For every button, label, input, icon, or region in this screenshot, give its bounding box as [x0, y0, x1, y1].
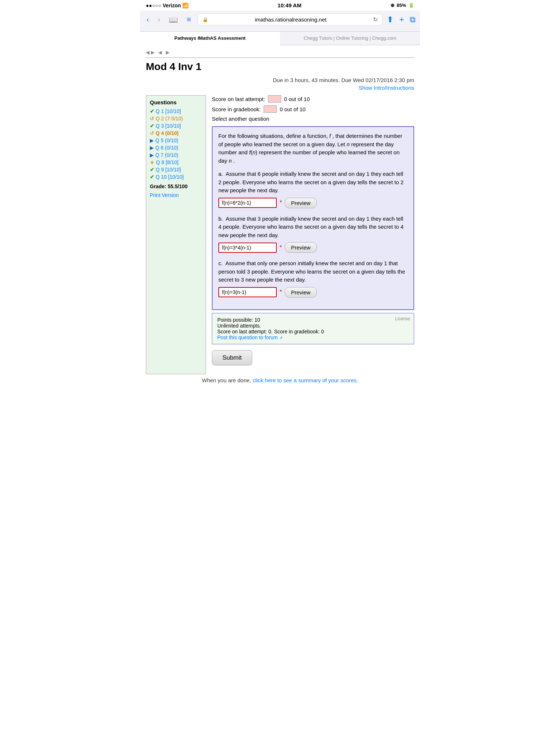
- score-grade-label: Score in gradebook:: [212, 106, 261, 112]
- score-last-box: [268, 95, 281, 102]
- score-last-label: Score on last attempt:: [212, 96, 265, 102]
- score-grade-value: 0 out of 10: [280, 106, 306, 112]
- sidebar-item-q8[interactable]: ★ Q 8 [8/10]: [150, 159, 202, 165]
- status-time: 10:49 AM: [277, 2, 301, 8]
- back-button[interactable]: ‹: [144, 15, 151, 24]
- sidebar-item-q7[interactable]: ▶ Q 7 (0/10): [150, 152, 202, 158]
- submit-button[interactable]: Submit: [212, 350, 252, 365]
- tab-chegg[interactable]: Chegg Tutors | Online Tutoring | Chegg.c…: [280, 32, 420, 45]
- score-gradebook-line: Score in gradebook: 0 out of 10: [212, 105, 414, 113]
- breadcrumb-text: ◀ ▶ ◀ ▶: [146, 50, 170, 55]
- sub-question-c-text: c. Assume that only one person initially…: [218, 259, 408, 284]
- answer-input-c[interactable]: [218, 287, 277, 297]
- forum-link[interactable]: Post this question to forum: [217, 334, 278, 340]
- sub-question-b: b. Assume that 3 people initially knew t…: [218, 215, 408, 253]
- info-box: License Points possible: 10 Unlimited at…: [212, 313, 414, 344]
- signal-dots: ●●○○○: [146, 3, 161, 8]
- question-intro: For the following situations, define a f…: [218, 132, 408, 165]
- sidebar-item-q10[interactable]: ✔ Q 10 [10/10]: [150, 174, 202, 180]
- preview-button-a[interactable]: Preview: [285, 198, 316, 208]
- sub-question-a-text: a. Assume that 6 people initially knew t…: [218, 170, 408, 195]
- address-bar[interactable]: 🔒 imathas.rationalreasoning.net ↻: [198, 13, 382, 26]
- q3-check-icon: ✔: [150, 123, 154, 129]
- required-asterisk-a: *: [280, 200, 282, 206]
- sidebar-item-q4[interactable]: ↺ Q 4 (0/10): [150, 130, 202, 136]
- q4-link[interactable]: Q 4 (0/10): [156, 130, 179, 136]
- status-left: ●●○○○ Verizon 📶: [146, 3, 188, 8]
- summary-link[interactable]: click here to see a summary of your scor…: [253, 377, 358, 383]
- preview-button-b[interactable]: Preview: [285, 242, 316, 253]
- browser-actions: ⬆ + ⧉: [387, 15, 416, 24]
- battery-level: 85%: [397, 3, 406, 8]
- forward-button[interactable]: ›: [156, 15, 163, 24]
- new-tab-button[interactable]: +: [399, 15, 404, 24]
- sidebar-item-q1[interactable]: ✔ Q 1 [10/10]: [150, 108, 202, 114]
- q10-check-icon: ✔: [150, 174, 154, 180]
- sidebar-item-q2[interactable]: ↺ Q 2 (7.5/10): [150, 116, 202, 121]
- q2-link[interactable]: Q 2 (7.5/10): [156, 116, 183, 121]
- answer-input-a[interactable]: [218, 198, 277, 208]
- show-intro-link[interactable]: Show Intro/Instructions: [146, 85, 414, 91]
- q5-link[interactable]: Q 5 (0/10): [155, 138, 178, 143]
- score-info: Score on last attempt: 0. Score in grade…: [217, 329, 409, 334]
- q4-retry-icon: ↺: [150, 130, 154, 136]
- question-box: For the following situations, define a f…: [212, 126, 414, 310]
- page-title: Mod 4 Inv 1: [146, 61, 414, 73]
- score-last-attempt-line: Score on last attempt: 0 out of 10: [212, 95, 414, 102]
- sub-question-b-text: b. Assume that 3 people initially knew t…: [218, 215, 408, 240]
- required-asterisk-b: *: [280, 244, 282, 251]
- browser-chrome: ‹ › 📖 ≡ 🔒 imathas.rationalreasoning.net …: [140, 11, 420, 32]
- preview-button-c[interactable]: Preview: [285, 287, 316, 298]
- select-question-text: Select another question: [212, 116, 414, 122]
- q7-link[interactable]: Q 7 (0/10): [155, 152, 178, 158]
- license-text: License: [395, 316, 410, 321]
- external-link-icon: ↗: [279, 336, 283, 340]
- tabs-button[interactable]: ⧉: [410, 15, 416, 24]
- sidebar-item-q5[interactable]: ▶ Q 5 (0/10): [150, 138, 202, 143]
- q2-retry-icon: ↺: [150, 116, 154, 121]
- breadcrumb: ◀ ▶ ◀ ▶: [146, 50, 414, 58]
- required-asterisk-c: *: [280, 289, 282, 295]
- sidebar-item-q3[interactable]: ✔ Q 3 [10/10]: [150, 123, 202, 129]
- battery-icon: 🔋: [408, 3, 414, 8]
- tab-pathways[interactable]: Pathways IMathAS Assessment: [140, 32, 280, 45]
- carrier-name: Verizon: [163, 3, 181, 8]
- url-text: imathas.rationalreasoning.net: [210, 16, 371, 23]
- score-last-value: 0 out of 10: [284, 96, 310, 102]
- bookmarks-button[interactable]: 📖: [167, 15, 180, 25]
- q1-link[interactable]: Q 1 [10/10]: [156, 108, 181, 114]
- reload-button[interactable]: ↻: [373, 16, 378, 23]
- grade-display: Grade: 55.5/100: [150, 183, 202, 189]
- sidebar-item-q9[interactable]: ✔ Q 9 [10/10]: [150, 167, 202, 173]
- score-grade-box: [264, 105, 277, 113]
- share-button[interactable]: ⬆: [387, 15, 393, 24]
- sidebar-title: Questions: [150, 99, 202, 105]
- footer-static: When you are done,: [202, 377, 253, 383]
- q3-link[interactable]: Q 3 [10/10]: [156, 123, 181, 129]
- answer-row-a: * Preview: [218, 198, 408, 208]
- lock-icon: 🔒: [202, 17, 208, 22]
- sub-question-a: a. Assume that 6 people initially knew t…: [218, 170, 408, 208]
- q8-link[interactable]: Q 8 [8/10]: [156, 159, 178, 165]
- right-content: Score on last attempt: 0 out of 10 Score…: [212, 95, 414, 374]
- answer-row-b: * Preview: [218, 242, 408, 253]
- status-right: ⊕ 85% 🔋: [390, 3, 414, 8]
- answer-input-b[interactable]: [218, 243, 277, 253]
- q10-link[interactable]: Q 10 [10/10]: [156, 174, 184, 180]
- menu-button[interactable]: ≡: [184, 15, 193, 24]
- q6-triangle-icon: ▶: [150, 145, 154, 151]
- status-bar: ●●○○○ Verizon 📶 10:49 AM ⊕ 85% 🔋: [140, 0, 420, 11]
- sidebar-item-q6[interactable]: ▶ Q 6 (0/10): [150, 145, 202, 151]
- q8-star-icon: ★: [150, 159, 155, 165]
- q9-check-icon: ✔: [150, 167, 154, 173]
- answer-row-c: * Preview: [218, 287, 408, 298]
- attempts-info: Unlimited attempts.: [217, 323, 409, 329]
- q7-triangle-icon: ▶: [150, 152, 154, 158]
- page-content: ◀ ▶ ◀ ▶ Mod 4 Inv 1 Due in 3 hours, 43 m…: [140, 45, 420, 388]
- q1-check-icon: ✔: [150, 108, 154, 114]
- print-version-link[interactable]: Print Version: [150, 192, 202, 198]
- q9-link[interactable]: Q 9 [10/10]: [156, 167, 181, 173]
- q6-link[interactable]: Q 6 (0/10): [155, 145, 178, 151]
- main-layout: Questions ✔ Q 1 [10/10] ↺ Q 2 (7.5/10) ✔…: [146, 95, 414, 374]
- wifi-icon: 📶: [182, 3, 188, 8]
